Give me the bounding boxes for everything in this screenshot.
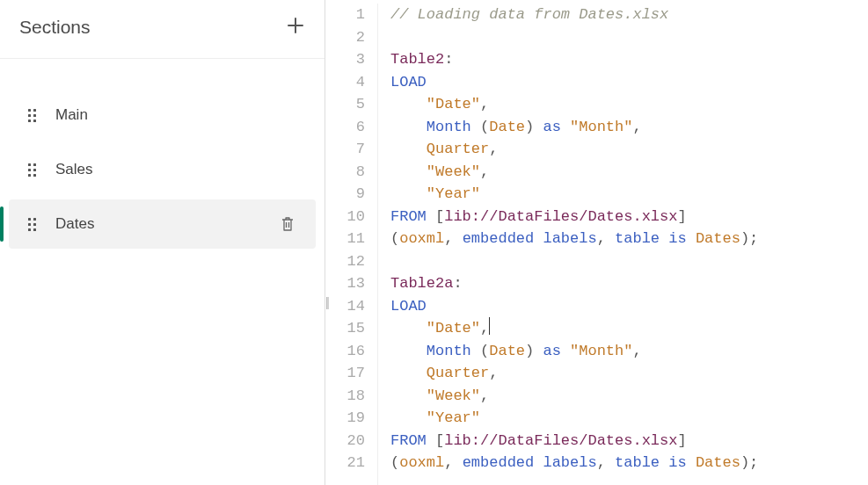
sidebar-item-label: Dates [55, 215, 279, 233]
code-line[interactable]: LOAD [390, 295, 758, 318]
token-ident: Date [489, 119, 525, 135]
token-plain: , [632, 119, 641, 135]
token-plain: ] [677, 432, 686, 449]
drag-handle-icon[interactable] [28, 218, 36, 231]
token-string: "Week" [427, 163, 480, 180]
code-area[interactable]: // Loading data from Dates.xlsxTable2:LO… [378, 4, 758, 485]
line-number: 15 [325, 317, 365, 340]
token-keyword: embedded labels [463, 230, 597, 247]
delete-section-button[interactable] [279, 215, 296, 233]
line-number: 18 [325, 385, 365, 408]
token-keyword: LOAD [390, 298, 427, 315]
pane-resizer[interactable]: || [325, 295, 328, 309]
code-line[interactable]: FROM [lib://DataFiles/Dates.xlsx] [390, 430, 758, 452]
sections-sidebar: Sections Main Sales Dates || [0, 0, 325, 485]
code-line[interactable]: "Date", [390, 317, 758, 340]
token-tablename: Table2a [390, 275, 453, 292]
token-keyword: embedded labels [463, 454, 597, 471]
token-plain [390, 119, 427, 135]
token-plain: , [480, 96, 489, 112]
code-line[interactable]: Quarter, [390, 362, 758, 385]
code-line[interactable]: "Date", [390, 93, 758, 116]
line-number: 1 [325, 4, 365, 26]
token-keyword: as [543, 343, 560, 359]
token-string: "Year" [427, 185, 480, 202]
line-number: 17 [325, 362, 365, 385]
line-number: 14 [325, 295, 365, 318]
token-plain: ); [740, 454, 758, 471]
token-keyword: as [543, 119, 560, 135]
token-plain: ( [390, 454, 399, 471]
token-plain: , [489, 141, 498, 157]
token-string: "Date" [427, 320, 480, 337]
code-line[interactable]: "Week", [390, 385, 758, 408]
sidebar-item-dates[interactable]: Dates [9, 199, 316, 249]
token-plain [561, 119, 570, 135]
token-plain: ); [740, 230, 758, 247]
token-plain: : [453, 275, 462, 292]
token-plain: , [480, 320, 489, 337]
code-line[interactable]: "Year" [390, 183, 758, 206]
token-func: Month [427, 119, 471, 135]
token-libpath: lib://DataFiles/Dates.xlsx [444, 208, 677, 225]
token-plain: ) [525, 343, 543, 359]
line-number: 20 [325, 430, 365, 452]
code-line[interactable]: Quarter, [390, 138, 758, 161]
sidebar-title: Sections [19, 17, 91, 38]
token-plain [390, 409, 427, 426]
drag-handle-icon[interactable] [28, 163, 36, 177]
token-string: "Week" [427, 387, 480, 404]
code-line[interactable]: Month (Date) as "Month", [390, 340, 758, 363]
token-plain [390, 141, 427, 157]
token-plain [390, 387, 427, 404]
line-number: 12 [325, 250, 365, 273]
code-line[interactable]: Month (Date) as "Month", [390, 116, 758, 139]
plus-icon [286, 14, 305, 40]
token-ident: ooxml [399, 230, 444, 247]
token-keyword: FROM [390, 432, 427, 449]
code-line[interactable]: "Week", [390, 161, 758, 184]
code-line[interactable]: (ooxml, embedded labels, table is Dates)… [390, 452, 758, 474]
token-plain: ] [677, 208, 686, 225]
token-plain: ( [471, 119, 489, 135]
code-line[interactable]: FROM [lib://DataFiles/Dates.xlsx] [390, 206, 758, 228]
token-plain: , [444, 230, 462, 247]
code-line[interactable]: (ooxml, embedded labels, table is Dates)… [390, 228, 758, 250]
code-line[interactable]: Table2a: [390, 272, 758, 295]
sidebar-item-main[interactable]: Main [9, 90, 316, 140]
add-section-button[interactable] [286, 16, 305, 39]
line-number: 21 [325, 452, 365, 474]
token-keyword: FROM [390, 208, 427, 225]
line-number: 9 [325, 183, 365, 206]
sidebar-item-sales[interactable]: Sales [9, 145, 316, 194]
token-ident: Date [489, 343, 525, 359]
token-plain: ) [525, 119, 543, 135]
line-number: 8 [325, 161, 365, 184]
token-plain [561, 343, 570, 359]
code-line[interactable]: Table2: [390, 48, 758, 71]
drag-handle-icon[interactable] [28, 109, 36, 122]
token-keyword: LOAD [390, 74, 427, 90]
token-ident: Quarter [427, 365, 489, 381]
token-tablename: Table2 [390, 51, 444, 68]
token-plain [687, 454, 696, 471]
token-plain [390, 320, 427, 337]
token-ident: Dates [696, 454, 740, 471]
token-plain: : [444, 51, 453, 68]
line-number: 13 [325, 272, 365, 295]
token-string: "Month" [570, 343, 632, 359]
token-string: "Month" [570, 119, 632, 135]
line-number: 16 [325, 340, 365, 363]
token-istable: table is [615, 454, 687, 471]
text-cursor [489, 317, 490, 335]
script-editor[interactable]: 123456789101112131415161718192021 // Loa… [325, 0, 868, 485]
code-line[interactable]: LOAD [390, 71, 758, 94]
code-line[interactable]: // Loading data from Dates.xlsx [390, 4, 758, 26]
code-line[interactable]: "Year" [390, 407, 758, 430]
code-line[interactable] [390, 250, 758, 273]
token-string: "Year" [427, 409, 480, 426]
token-plain: , [480, 387, 489, 404]
token-plain: , [597, 230, 615, 247]
token-comment: // Loading data from Dates.xlsx [390, 6, 668, 23]
code-line[interactable] [390, 26, 758, 49]
